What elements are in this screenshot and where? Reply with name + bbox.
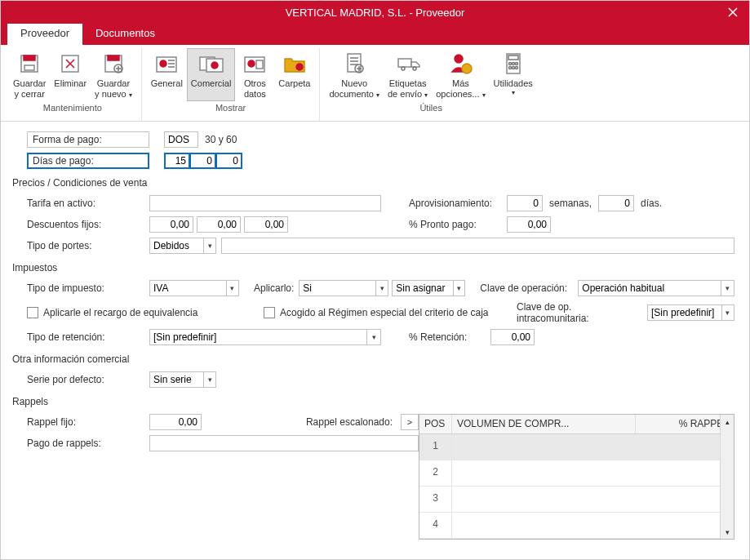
- eliminar-button[interactable]: Eliminar: [50, 48, 91, 101]
- descuentos-label: Descuentos fijos:: [27, 219, 149, 230]
- mas-opciones-button[interactable]: Más opciones... ▾: [432, 48, 489, 101]
- dias-pago-input-1[interactable]: [164, 153, 190, 169]
- acogido-label: Acogido al Régimen especial del criterio…: [280, 307, 517, 318]
- clave-intra-label: Clave de op. intracomunitaria:: [517, 301, 647, 324]
- tab-proveedor[interactable]: Proveedor: [7, 24, 82, 45]
- form-content: Forma de pago: 30 y 60 Días de pago: Pre…: [1, 122, 749, 548]
- table-row[interactable]: 3: [419, 487, 734, 513]
- ribbon-group-mantenimiento: Guardar y cerrar Eliminar Guardar y nuev…: [4, 48, 142, 121]
- delete-icon: [57, 51, 83, 77]
- save-close-icon: [16, 51, 42, 77]
- svg-point-19: [402, 67, 405, 70]
- svg-rect-14: [256, 60, 263, 69]
- scroll-down-icon[interactable]: ▾: [721, 525, 734, 539]
- chevron-down-icon[interactable]: ▾: [721, 281, 734, 296]
- rappel-table: POS VOLUMEN DE COMPR... % RAPPEL 1 2 3 4…: [419, 414, 734, 540]
- table-row[interactable]: 1: [419, 434, 734, 460]
- ribbon-group-mostrar: General Comercial Otros datos Carpeta Mo…: [142, 48, 321, 121]
- aprov-label: Aprovisionamiento:: [409, 198, 507, 209]
- window-title: VERTICAL MADRID, S.L. - Proveedor: [286, 7, 465, 19]
- rappel-fijo-input[interactable]: [149, 414, 202, 430]
- tab-documentos[interactable]: Documentos: [82, 24, 168, 45]
- tipo-impuesto-combo[interactable]: ▾: [149, 280, 239, 296]
- clave-intra-combo[interactable]: ▾: [647, 304, 734, 321]
- pct-ret-input[interactable]: [490, 329, 535, 345]
- recargo-label: Aplicarle el recargo de equivalencia: [43, 307, 264, 318]
- chevron-down-icon[interactable]: ▾: [366, 330, 380, 344]
- svg-point-8: [160, 60, 166, 67]
- new-doc-icon: [341, 51, 367, 77]
- svg-rect-5: [108, 56, 119, 60]
- chevron-down-icon[interactable]: ▾: [203, 238, 215, 253]
- tarifa-input[interactable]: [149, 195, 381, 211]
- scrollbar[interactable]: ▴ ▾: [720, 415, 734, 539]
- general-button[interactable]: General: [147, 48, 187, 101]
- nuevo-documento-button[interactable]: Nuevo documento ▾: [325, 48, 384, 101]
- close-icon: [727, 7, 739, 18]
- utilidades-button[interactable]: Utilidades ▾: [490, 48, 537, 101]
- scroll-up-icon[interactable]: ▴: [721, 415, 734, 429]
- tipo-impuesto-label: Tipo de impuesto:: [27, 282, 149, 294]
- pronto-input[interactable]: [507, 216, 551, 233]
- chevron-down-icon[interactable]: ▾: [226, 281, 238, 296]
- titlebar: VERTICAL MADRID, S.L. - Proveedor: [1, 1, 749, 24]
- rappel-fijo-label: Rappel fijo:: [27, 416, 149, 428]
- person-group-icon: [198, 51, 224, 77]
- portes-extra-input[interactable]: [221, 238, 734, 254]
- tarifa-label: Tarifa en activo:: [27, 198, 149, 209]
- svg-rect-1: [24, 56, 35, 60]
- chevron-down-icon[interactable]: ▾: [721, 305, 734, 320]
- table-row[interactable]: 4: [419, 513, 734, 539]
- retencion-label: Tipo de retención:: [27, 331, 149, 343]
- guardar-nuevo-button[interactable]: Guardar y nuevo ▾: [91, 48, 136, 101]
- close-button[interactable]: [717, 1, 749, 24]
- table-row[interactable]: 2: [419, 460, 734, 487]
- carpeta-button[interactable]: Carpeta: [274, 48, 314, 101]
- ribbon: Guardar y cerrar Eliminar Guardar y nuev…: [1, 45, 749, 122]
- retencion-combo[interactable]: ▾: [149, 329, 381, 345]
- desc-input-2[interactable]: [197, 216, 241, 233]
- chevron-down-icon[interactable]: ▾: [375, 281, 388, 296]
- person-data-icon: [242, 51, 268, 77]
- svg-point-22: [462, 64, 472, 73]
- svg-rect-18: [398, 59, 411, 67]
- rappel-escalonado-button[interactable]: >: [401, 414, 419, 430]
- sin-asignar-combo[interactable]: ▾: [392, 280, 465, 296]
- section-otra-title: Otra información comercial: [12, 353, 734, 365]
- otros-datos-button[interactable]: Otros datos: [235, 48, 274, 101]
- portes-combo[interactable]: ▾: [149, 238, 216, 254]
- aprov-semanas-input[interactable]: [507, 195, 543, 211]
- ribbon-group-label: Útiles: [325, 101, 536, 115]
- chevron-down-icon[interactable]: ▾: [453, 281, 465, 296]
- calculator-icon: [500, 51, 526, 77]
- serie-combo[interactable]: ▾: [149, 371, 216, 388]
- acogido-checkbox[interactable]: [264, 307, 275, 318]
- desc-input-1[interactable]: [149, 216, 193, 233]
- svg-point-21: [455, 55, 463, 63]
- rappel-escalonado-label: Rappel escalonado:: [306, 416, 397, 428]
- pct-ret-label: % Retención:: [409, 331, 490, 343]
- etiquetas-button[interactable]: Etiquetas de envío ▾: [384, 48, 432, 101]
- chevron-down-icon[interactable]: ▾: [203, 372, 215, 387]
- portes-label: Tipo de portes:: [27, 240, 149, 251]
- clave-op-combo[interactable]: ▾: [578, 280, 734, 296]
- dias-pago-input-2[interactable]: [190, 153, 216, 169]
- desc-input-3[interactable]: [244, 216, 288, 233]
- aplicarlo-label: Aplicarlo:: [254, 282, 299, 294]
- aprov-dias-input[interactable]: [598, 195, 634, 211]
- svg-point-13: [248, 60, 255, 67]
- recargo-checkbox[interactable]: [27, 307, 38, 318]
- clave-op-label: Clave de operación:: [480, 282, 578, 294]
- pago-rappels-input[interactable]: [149, 435, 419, 451]
- forma-pago-code-input[interactable]: [164, 131, 198, 148]
- save-new-icon: [100, 51, 126, 77]
- section-impuestos-title: Impuestos: [12, 262, 734, 273]
- serie-label: Serie por defecto:: [27, 374, 149, 385]
- comercial-button[interactable]: Comercial: [187, 48, 236, 101]
- forma-pago-desc: 30 y 60: [205, 134, 237, 145]
- guardar-cerrar-button[interactable]: Guardar y cerrar: [9, 48, 50, 101]
- dias-pago-input-3[interactable]: [216, 153, 242, 169]
- semanas-text: semanas,: [543, 198, 598, 209]
- ribbon-group-label: Mantenimiento: [9, 101, 136, 115]
- aplicarlo-combo[interactable]: ▾: [299, 280, 388, 296]
